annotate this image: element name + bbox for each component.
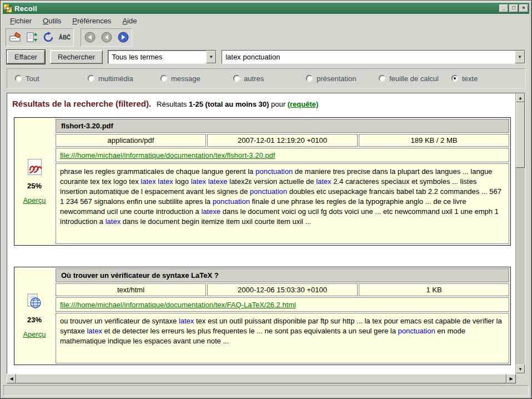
recoll-window: Recoll _ □ × Fichier Outils Préférences … [0,0,532,399]
radio-icon [306,75,313,82]
reload-button[interactable] [41,30,56,45]
filter-radio-multimedia[interactable]: multimédia [88,74,160,83]
query-combobox[interactable]: ▼ [222,50,525,64]
maximize-button[interactable]: □ [509,4,518,12]
result-url-cell: file:///home/michael/informatique/docume… [56,297,509,312]
radio-icon [15,75,22,82]
html-file-icon [27,293,42,310]
vertical-scrollbar-thumb[interactable] [516,102,525,168]
filter-radio-feuille-de-calcul[interactable]: feuille de calcul [379,74,451,83]
toolbar-nav-group [81,28,132,47]
results-header: Résultats de la recherche (filtered).Rés… [12,99,512,108]
term-explorer-button[interactable]: ÂBĈ [57,30,72,45]
radio-icon [88,75,94,82]
filter-radio-autres[interactable]: autres [233,74,306,83]
radio-icon [451,75,458,82]
search-controls: Effacer Rechercher Tous les termes ▼ ▼ [3,47,529,66]
next-page-icon [117,31,129,43]
result-url-cell: file:///home/michael/informatique/docume… [56,148,509,162]
horizontal-scrollbar[interactable]: ◀ ▶ [7,374,516,383]
result-meta-row: text/html 2000-12-06 15:03:30 +0100 1 KB [56,283,509,296]
result-title: flshort-3.20.pdf [56,119,509,133]
erase-search-icon [9,31,21,43]
query-link[interactable]: (requête) [288,100,319,108]
results-title: Résultats de la recherche (filtered). [12,99,151,108]
search-input[interactable] [222,51,515,63]
first-page-icon [84,31,96,43]
search-mode-dropdown-icon[interactable]: ▼ [206,51,216,63]
pdf-file-icon [27,158,42,176]
first-page-button[interactable] [82,30,97,45]
sort-params-button[interactable] [24,30,39,45]
preview-link[interactable]: Aperçu [23,330,46,338]
prev-page-icon [101,31,113,43]
radio-icon [233,75,240,82]
results-frame: Résultats de la recherche (filtered).Rés… [7,93,525,374]
radio-icon [379,75,385,82]
toolbar: ÂBĈ [3,27,529,47]
menu-aide[interactable]: Aide [117,14,142,27]
result-snippet: ou trouver un verificateur de syntaxe la… [56,313,509,363]
result-mime-type: application/pdf [56,134,206,147]
results-count: Résultats 1-25 (total au moins 30) pour … [157,100,318,108]
doc-type-filterbar: Tout multimédia message autres présentat… [7,68,525,88]
filter-radio-presentation[interactable]: présentation [306,74,379,83]
filter-radio-tout[interactable]: Tout [15,74,88,83]
filter-radio-message[interactable]: message [160,74,233,83]
term-explorer-icon: ÂBĈ [59,34,71,41]
result-mime-type: text/html [56,283,206,296]
status-bar [3,385,529,396]
result-title: Où trouver un vérificateur de syntaxe La… [56,268,509,282]
horizontal-scrollbar-row: ◀ ▶ [7,374,525,383]
menu-outils[interactable]: Outils [37,14,67,27]
result-size: 189 KB / 2 MB [359,134,509,147]
result-item: 23% Aperçu Où trouver un vérificateur de… [14,267,511,365]
prev-page-button[interactable] [99,30,114,45]
relevance-percent: 23% [27,316,42,324]
result-url-link[interactable]: file:///home/michael/informatique/docume… [60,301,296,309]
filter-radio-texte[interactable]: texte [451,74,478,83]
search-mode-value: Tous les termes [108,51,206,63]
sort-params-icon [26,31,38,43]
results-list: Résultats de la recherche (filtered).Rés… [7,93,515,373]
scrollbar-corner [516,374,525,383]
minimize-button[interactable]: _ [499,4,508,12]
result-date: 2000-12-06 15:03:30 +0100 [207,283,358,296]
next-page-button[interactable] [116,30,131,45]
erase-search-button[interactable] [7,30,22,45]
result-date: 2007-12-01 12:19:20 +0100 [207,134,358,147]
search-button[interactable]: Rechercher [50,50,103,64]
preview-link[interactable]: Aperçu [23,196,46,205]
window-title: Recoll [14,4,496,13]
relevance-percent: 25% [27,182,42,190]
scroll-right-icon[interactable]: ▶ [506,374,516,383]
recoll-app-icon [4,4,12,12]
radio-icon [160,75,167,82]
result-details: Où trouver un vérificateur de syntaxe La… [54,267,510,365]
close-button[interactable]: × [519,4,528,12]
scroll-left-icon[interactable]: ◀ [7,374,16,383]
scroll-down-icon[interactable]: ▼ [516,365,525,373]
search-mode-combobox[interactable]: Tous les termes ▼ [108,50,217,64]
result-item: 25% Aperçu flshort-3.20.pdf application/… [14,117,511,246]
menu-fichier[interactable]: Fichier [4,14,37,27]
query-dropdown-icon[interactable]: ▼ [515,51,525,63]
menu-preferences[interactable]: Préférences [67,14,117,27]
result-meta-row: application/pdf 2007-12-01 12:19:20 +010… [56,134,509,147]
result-left-panel: 23% Aperçu [14,267,54,365]
vertical-scrollbar-trough[interactable] [516,168,525,365]
result-url-link[interactable]: file:///home/michael/informatique/docume… [60,151,275,159]
scroll-up-icon[interactable]: ▲ [516,93,525,102]
menubar: Fichier Outils Préférences Aide [3,14,529,27]
result-size: 1 KB [359,283,509,296]
clear-button[interactable]: Effacer [7,50,45,64]
titlebar[interactable]: Recoll _ □ × [3,3,529,14]
vertical-scrollbar[interactable]: ▲ ▼ [515,93,525,373]
result-snippet: phrase les regles grammaticales de chaqu… [56,163,509,244]
horizontal-scrollbar-thumb[interactable] [16,374,506,383]
result-left-panel: 25% Aperçu [14,118,54,245]
reload-icon [42,31,54,43]
toolbar-main-group: ÂBĈ [6,28,74,47]
result-details: flshort-3.20.pdf application/pdf 2007-12… [54,118,510,245]
